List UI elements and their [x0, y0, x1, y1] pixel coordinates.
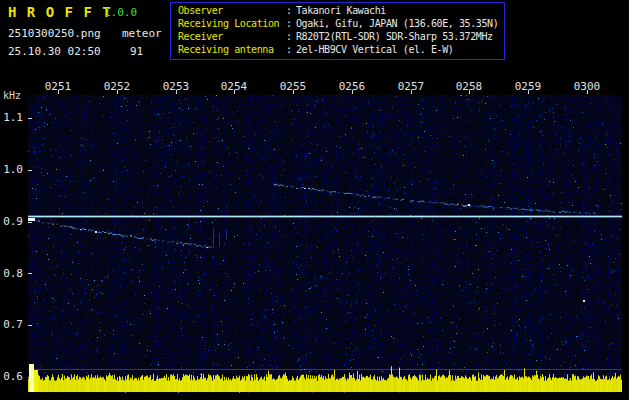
info-value: 2el-HB9CV Vertical (el. E-W) [296, 43, 453, 56]
info-label: Receiving Location [178, 17, 286, 30]
freq-unit-label: kHz [3, 90, 21, 101]
info-value: Takanori Kawachi [296, 4, 386, 17]
freq-label: 1.0 [0, 163, 23, 176]
info-separator: : [286, 4, 296, 17]
info-row-receiver: Receiver : R820T2(RTL-SDR) SDR-Sharp 53.… [178, 30, 504, 43]
freq-label: 0.9 [0, 215, 23, 228]
observer-info-box: Observer : Takanori Kawachi Receiving Lo… [170, 2, 505, 60]
datetime-label: 25.10.30 02:50 [8, 45, 101, 58]
info-separator: : [286, 17, 296, 30]
info-label: Observer [178, 4, 286, 17]
spectrogram-canvas [28, 90, 622, 393]
freq-label: 1.1 [0, 111, 23, 124]
hrofft-screen: H R O F F T 1.0.0 2510300250.png meteor … [0, 0, 629, 400]
freq-label: 0.8 [0, 267, 23, 280]
info-row-location: Receiving Location : Ogaki, Gifu, JAPAN … [178, 17, 504, 30]
freq-label: 0.6 [0, 370, 23, 383]
mode-label: meteor [122, 27, 162, 40]
info-row-antenna: Receiving antenna : 2el-HB9CV Vertical (… [178, 43, 504, 56]
info-separator: : [286, 30, 296, 43]
info-value: Ogaki, Gifu, JAPAN (136.60E, 35.35N) [296, 17, 498, 30]
app-version: 1.0.0 [104, 6, 137, 19]
info-label: Receiving antenna [178, 43, 286, 56]
echo-count: 91 [130, 45, 143, 58]
info-separator: : [286, 43, 296, 56]
info-value: R820T2(RTL-SDR) SDR-Sharp 53.372MHz [296, 30, 493, 43]
info-row-observer: Observer : Takanori Kawachi [178, 4, 504, 17]
freq-label: 0.7 [0, 318, 23, 331]
info-label: Receiver [178, 30, 286, 43]
output-filename: 2510300250.png [8, 27, 101, 40]
app-title: H R O F F T [8, 4, 112, 20]
